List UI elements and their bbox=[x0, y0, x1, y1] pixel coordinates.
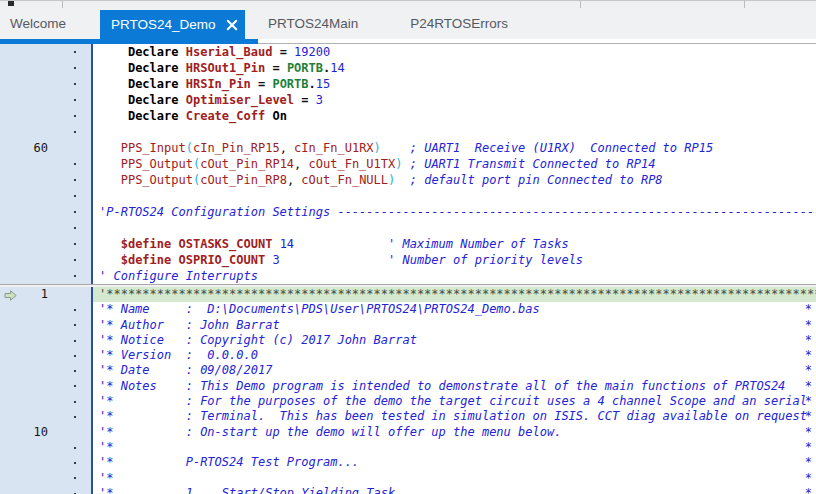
code-line[interactable]: Declare Create_Coff On bbox=[0, 108, 816, 124]
code-text[interactable]: $define OSPRIO_COUNT 3 ' Number of prior… bbox=[93, 252, 816, 268]
code-text[interactable]: '* P-RTOS24 Test Program...* bbox=[93, 455, 816, 470]
code-text[interactable]: PPS_Input(cIn_Pin_RP15, cIn_Fn_U1RX) ; U… bbox=[93, 140, 816, 156]
code-line[interactable]: Declare Hserial_Baud = 19200 bbox=[0, 44, 816, 60]
gutter-cell[interactable] bbox=[0, 268, 93, 284]
code-line[interactable]: Declare HRSIn_Pin = PORTB.15 bbox=[0, 76, 816, 92]
top-pane[interactable]: Declare Hserial_Baud = 19200 Declare HRS… bbox=[0, 44, 816, 284]
gutter-cell[interactable] bbox=[0, 409, 93, 424]
code-line[interactable]: '* P-RTOS24 Test Program...* bbox=[0, 455, 816, 470]
code-token: PPS_Output bbox=[121, 157, 193, 171]
code-token bbox=[99, 253, 121, 267]
gutter-cell[interactable] bbox=[0, 348, 93, 363]
gutter-cell[interactable] bbox=[0, 363, 93, 378]
code-text[interactable]: 'P-RTOS24 Configuration Settings -------… bbox=[93, 204, 816, 220]
code-text[interactable]: '** bbox=[93, 440, 816, 455]
gutter-cell[interactable] bbox=[0, 220, 93, 236]
gutter-cell[interactable] bbox=[0, 471, 93, 486]
code-line[interactable] bbox=[0, 188, 816, 204]
code-line[interactable]: '** bbox=[0, 471, 816, 486]
code-line[interactable]: ' Configure Interrupts bbox=[0, 268, 816, 284]
code-text[interactable]: '* Notice : Copyright (c) 2017 John Barr… bbox=[93, 333, 816, 348]
gutter-cell[interactable] bbox=[0, 333, 93, 348]
tab-welcome[interactable]: Welcome bbox=[0, 8, 100, 39]
code-line[interactable]: '* Name : D:\Documents\PDS\User\PRTOS24\… bbox=[0, 302, 816, 317]
code-line[interactable]: $define OSPRIO_COUNT 3 ' Number of prior… bbox=[0, 252, 816, 268]
line-marker-dot bbox=[74, 340, 76, 342]
gutter-cell[interactable] bbox=[0, 318, 93, 333]
code-text[interactable]: PPS_Output(cOut_Pin_RP14, cOut_Fn_U1TX) … bbox=[93, 156, 816, 172]
code-text[interactable]: PPS_Output(cOut_Pin_RP8, cOut_Fn_NULL) ;… bbox=[93, 172, 816, 188]
bottom-pane[interactable]: 1'**************************************… bbox=[0, 287, 816, 494]
gutter-cell[interactable] bbox=[0, 44, 93, 60]
code-text[interactable]: '* Name : D:\Documents\PDS\User\PRTOS24\… bbox=[93, 302, 816, 317]
gutter-cell[interactable] bbox=[0, 236, 93, 252]
code-line[interactable]: '* Notes : This Demo program is intended… bbox=[0, 379, 816, 394]
code-line[interactable]: 1'**************************************… bbox=[0, 287, 816, 302]
code-text[interactable]: '** bbox=[93, 471, 816, 486]
gutter-cell[interactable] bbox=[0, 394, 93, 409]
code-text[interactable]: Declare Hserial_Baud = 19200 bbox=[93, 44, 816, 60]
code-text[interactable]: Declare HRSIn_Pin = PORTB.15 bbox=[93, 76, 816, 92]
code-line[interactable]: '* Author : John Barrat* bbox=[0, 318, 816, 333]
code-text[interactable]: '* : Terminal. This has been tested in s… bbox=[93, 409, 816, 424]
gutter-cell[interactable] bbox=[0, 172, 93, 188]
code-text[interactable] bbox=[93, 124, 816, 140]
code-line[interactable]: '* Notice : Copyright (c) 2017 John Barr… bbox=[0, 333, 816, 348]
code-line[interactable]: '* Date : 09/08/2017* bbox=[0, 363, 816, 378]
code-line[interactable]: '* : For the purposes of the demo the ta… bbox=[0, 394, 816, 409]
line-number: 1 bbox=[0, 287, 48, 302]
gutter-cell[interactable] bbox=[0, 379, 93, 394]
code-text[interactable]: '* Notes : This Demo program is intended… bbox=[93, 379, 816, 394]
code-line[interactable]: 60 PPS_Input(cIn_Pin_RP15, cIn_Fn_U1RX) … bbox=[0, 140, 816, 156]
gutter-cell[interactable] bbox=[0, 60, 93, 76]
gutter-cell[interactable] bbox=[0, 188, 93, 204]
code-line[interactable]: '** bbox=[0, 440, 816, 455]
code-line[interactable]: 'P-RTOS24 Configuration Settings -------… bbox=[0, 204, 816, 220]
code-line[interactable]: PPS_Output(cOut_Pin_RP8, cOut_Fn_NULL) ;… bbox=[0, 172, 816, 188]
code-text[interactable]: '***************************************… bbox=[93, 287, 816, 302]
code-text[interactable] bbox=[93, 220, 816, 236]
code-text[interactable]: ' Configure Interrupts bbox=[93, 268, 816, 284]
gutter-cell[interactable] bbox=[0, 92, 93, 108]
code-token bbox=[99, 141, 121, 155]
code-line[interactable]: 10'* : On-start up the demo will offer u… bbox=[0, 425, 816, 440]
code-text[interactable]: '* Date : 09/08/2017* bbox=[93, 363, 816, 378]
code-text[interactable]: Declare Create_Coff On bbox=[93, 108, 816, 124]
code-line[interactable]: PPS_Output(cOut_Pin_RP14, cOut_Fn_U1TX) … bbox=[0, 156, 816, 172]
code-line[interactable]: Declare Optimiser_Level = 3 bbox=[0, 92, 816, 108]
code-text[interactable]: $define OSTASKS_COUNT 14 ' Maximum Numbe… bbox=[93, 236, 816, 252]
code-line[interactable]: $define OSTASKS_COUNT 14 ' Maximum Numbe… bbox=[0, 236, 816, 252]
gutter-cell[interactable] bbox=[0, 156, 93, 172]
code-text[interactable]: '* Author : John Barrat* bbox=[93, 318, 816, 333]
line-marker-dot bbox=[74, 163, 76, 165]
code-text[interactable] bbox=[93, 188, 816, 204]
code-text[interactable]: Declare Optimiser_Level = 3 bbox=[93, 92, 816, 108]
gutter-cell[interactable] bbox=[0, 108, 93, 124]
gutter-cell[interactable] bbox=[0, 440, 93, 455]
gutter-cell[interactable] bbox=[0, 204, 93, 220]
gutter-cell[interactable] bbox=[0, 76, 93, 92]
code-line[interactable] bbox=[0, 220, 816, 236]
gutter-cell[interactable]: 60 bbox=[0, 140, 93, 156]
code-line[interactable] bbox=[0, 124, 816, 140]
gutter-cell[interactable] bbox=[0, 252, 93, 268]
gutter-cell[interactable] bbox=[0, 124, 93, 140]
gutter-cell[interactable] bbox=[0, 302, 93, 317]
tab-prtos24main[interactable]: PRTOS24Main bbox=[258, 8, 368, 39]
code-line[interactable]: '* : Terminal. This has been tested in s… bbox=[0, 409, 816, 424]
code-text[interactable]: '* 1 Start/Stop Yielding Task* bbox=[93, 486, 816, 494]
tab-prtos24-demo[interactable]: PRTOS24_Demo bbox=[100, 10, 245, 39]
code-line[interactable]: Declare HRSOut1_Pin = PORTB.14 bbox=[0, 60, 816, 76]
code-line[interactable]: '* 1 Start/Stop Yielding Task* bbox=[0, 486, 816, 494]
gutter-cell[interactable]: 1 bbox=[0, 287, 93, 302]
gutter-cell[interactable] bbox=[0, 486, 93, 494]
tab-p24rtoserrors[interactable]: P24RTOSErrors bbox=[400, 8, 518, 39]
gutter-cell[interactable]: 10 bbox=[0, 425, 93, 440]
tab-close-icon[interactable] bbox=[226, 19, 234, 31]
code-line[interactable]: '* Version : 0.0.0.0* bbox=[0, 348, 816, 363]
code-text[interactable]: '* : For the purposes of the demo the ta… bbox=[93, 394, 816, 409]
code-text[interactable]: Declare HRSOut1_Pin = PORTB.14 bbox=[93, 60, 816, 76]
code-text[interactable]: '* Version : 0.0.0.0* bbox=[93, 348, 816, 363]
code-text[interactable]: '* : On-start up the demo will offer up … bbox=[93, 425, 816, 440]
gutter-cell[interactable] bbox=[0, 455, 93, 470]
